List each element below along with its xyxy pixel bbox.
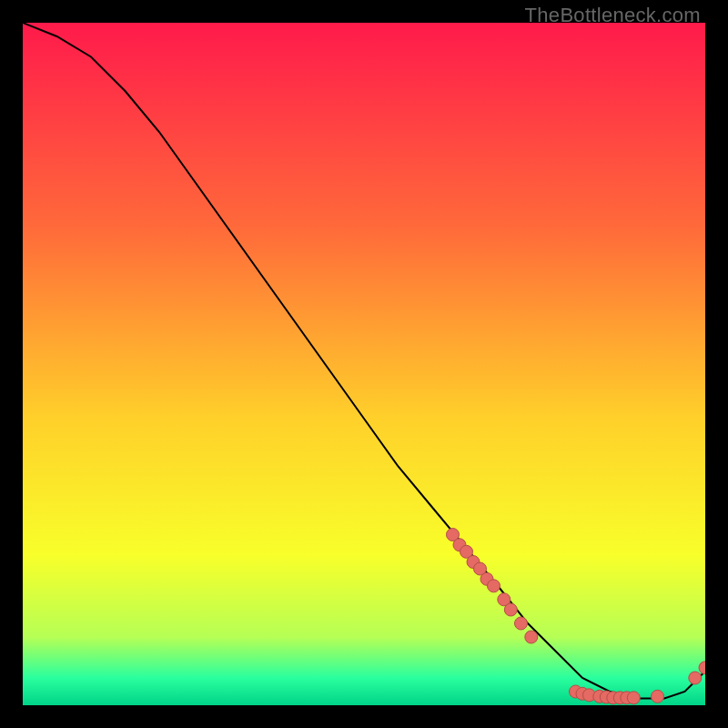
gradient-background (23, 23, 705, 705)
data-point (689, 672, 702, 684)
chart-stage: TheBottleneck.com (0, 0, 728, 728)
data-point (652, 690, 664, 703)
data-point (515, 617, 528, 630)
plot-svg (23, 23, 705, 705)
data-point (488, 580, 500, 592)
data-point (525, 631, 538, 643)
plot-area (23, 23, 705, 705)
data-point (504, 603, 517, 616)
data-point (627, 692, 640, 704)
